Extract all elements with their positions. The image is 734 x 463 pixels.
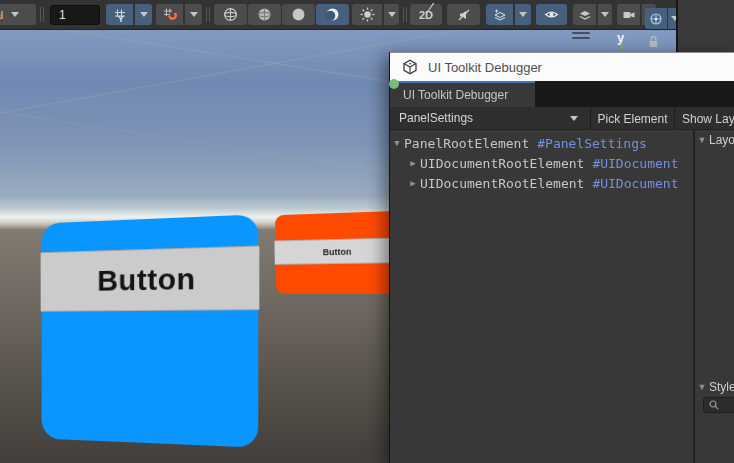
camera-icon xyxy=(622,8,636,22)
scene-visibility-toggle[interactable] xyxy=(536,4,567,25)
snap-options-dropdown[interactable] xyxy=(185,4,202,25)
effects-options-dropdown[interactable] xyxy=(515,4,531,25)
element-type: UIDocumentRootElement xyxy=(420,156,584,171)
tab-ui-toolkit-debugger[interactable]: UI Toolkit Debugger xyxy=(390,81,535,107)
scene-effects-icon xyxy=(493,8,507,22)
grid-y-icon: Y xyxy=(113,8,127,22)
handle-orientation-dropdown[interactable]: al xyxy=(0,4,36,25)
solid-sphere-icon xyxy=(291,7,306,22)
ui-toolkit-package-icon xyxy=(402,59,418,75)
shaded-wireframe-sphere-icon xyxy=(257,7,272,22)
wireframe-sphere-icon xyxy=(223,7,238,22)
element-type: PanelRootElement xyxy=(404,136,529,151)
chevron-down-icon xyxy=(140,12,148,17)
scene-audio-toggle[interactable] xyxy=(447,4,480,25)
element-id: #PanelSettings xyxy=(537,136,647,151)
scene-ui-button-blue-label[interactable]: Button xyxy=(41,245,260,311)
expander-icon: ▼ xyxy=(695,135,709,145)
scene-debug-draw-toggle[interactable] xyxy=(573,4,596,25)
tree-row-uidocument-2[interactable]: ▶ UIDocumentRootElement #UIDocument xyxy=(390,173,693,193)
grid-options-dropdown[interactable] xyxy=(135,4,152,25)
tab-label: UI Toolkit Debugger xyxy=(403,88,508,102)
panel-select-value: PanelSettings xyxy=(399,111,473,125)
toolbar-separator xyxy=(674,107,675,130)
shading-unlit-button[interactable] xyxy=(282,4,315,25)
overlay-drag-handle-icon[interactable] xyxy=(572,32,590,40)
debugger-title-bar[interactable]: UI Toolkit Debugger xyxy=(390,52,734,81)
expander-icon[interactable]: ▶ xyxy=(406,158,420,168)
gizmos-toggle[interactable] xyxy=(645,8,667,29)
chevron-down-icon xyxy=(570,116,578,121)
toolbar-separator xyxy=(40,7,41,22)
muted-speaker-icon xyxy=(457,8,471,22)
scene-lighting-toggle[interactable] xyxy=(352,4,382,25)
unity-editor: Button Button y al 1 xyxy=(0,0,734,463)
pick-element-label: Pick Element xyxy=(597,112,667,126)
stacked-layers-icon xyxy=(578,8,592,22)
lighting-options-dropdown[interactable] xyxy=(384,4,399,25)
show-layout-label: Show Layout xyxy=(682,112,734,126)
chevron-down-icon xyxy=(11,12,19,17)
layout-header-label: Layout xyxy=(709,133,734,147)
debug-draw-options-dropdown[interactable] xyxy=(598,4,612,25)
chevron-down-icon xyxy=(190,12,198,17)
scene-gizmo-y-axis-line xyxy=(621,45,623,50)
chevron-down-icon xyxy=(519,12,527,17)
svg-text:Y: Y xyxy=(118,13,124,22)
panel-select-dropdown[interactable]: PanelSettings xyxy=(390,107,590,130)
handle-orientation-label: al xyxy=(0,9,3,21)
debugger-toolbar: PanelSettings Pick Element Show Layout xyxy=(390,107,734,130)
element-tree: ▼ PanelRootElement #PanelSettings ▶ UIDo… xyxy=(390,130,693,463)
styles-section-header[interactable]: ▼ Styles xyxy=(695,380,734,394)
search-icon xyxy=(708,399,720,411)
expander-icon[interactable]: ▶ xyxy=(406,178,420,188)
element-id: #UIDocument xyxy=(592,156,678,171)
tree-row-uidocument-1[interactable]: ▶ UIDocumentRootElement #UIDocument xyxy=(390,153,693,173)
expander-icon[interactable]: ▼ xyxy=(390,138,404,148)
2d-mode-toggle[interactable]: 2D xyxy=(410,4,442,25)
shading-wireframe-button[interactable] xyxy=(214,4,247,25)
gizmo-sphere-icon xyxy=(649,12,663,26)
shading-shaded-wireframe-button[interactable] xyxy=(248,4,281,25)
shading-shaded-button[interactable] xyxy=(316,4,349,25)
attached-debugger-indicator xyxy=(389,79,399,89)
scene-ui-button-orange-label[interactable]: Button xyxy=(274,237,403,264)
element-id: #UIDocument xyxy=(592,176,678,191)
ui-toolkit-debugger-window: UI Toolkit Debugger UI Toolkit Debugger … xyxy=(389,52,734,463)
window-title: UI Toolkit Debugger xyxy=(428,60,542,75)
details-pane: ▼ Layout ▼ Styles xyxy=(695,130,734,463)
toolbar-separator xyxy=(403,7,404,22)
lit-sphere-icon xyxy=(325,7,340,22)
scene-camera-button[interactable] xyxy=(617,4,640,25)
styles-search-input[interactable] xyxy=(703,397,734,413)
toolbar-separator xyxy=(206,7,207,22)
eye-icon xyxy=(544,7,559,22)
scene-ui-button-orange[interactable]: Button xyxy=(275,211,403,294)
grid-size-value: 1 xyxy=(59,8,66,22)
scene-view-toolbar: al 1 Y xyxy=(0,0,676,30)
snap-magnet-icon xyxy=(162,7,177,22)
layout-section-header[interactable]: ▼ Layout xyxy=(695,133,734,147)
debugger-tab-strip: UI Toolkit Debugger xyxy=(390,81,734,107)
expander-icon: ▼ xyxy=(695,382,709,392)
scene-ui-button-blue[interactable]: Button xyxy=(42,214,259,448)
scene-effects-toggle[interactable] xyxy=(486,4,513,25)
debugger-body: ▼ PanelRootElement #PanelSettings ▶ UIDo… xyxy=(390,130,734,463)
pick-element-button[interactable]: Pick Element xyxy=(592,107,673,130)
chevron-down-icon xyxy=(601,12,609,17)
grid-visibility-toggle[interactable]: Y xyxy=(106,4,133,25)
element-type: UIDocumentRootElement xyxy=(420,176,584,191)
toolbar-separator xyxy=(590,107,591,130)
tree-row-panel-root[interactable]: ▼ PanelRootElement #PanelSettings xyxy=(390,133,693,153)
show-layout-toggle[interactable]: Show Layout xyxy=(676,107,734,130)
sun-icon xyxy=(360,7,375,22)
scene-gizmo-y-axis-label[interactable]: y xyxy=(617,30,624,45)
lock-icon[interactable] xyxy=(647,35,660,49)
docked-panel-corner xyxy=(676,0,734,52)
styles-header-label: Styles xyxy=(709,380,734,394)
chevron-down-icon xyxy=(388,12,396,17)
snap-toggle[interactable] xyxy=(156,4,183,25)
grid-size-field[interactable]: 1 xyxy=(50,5,100,25)
